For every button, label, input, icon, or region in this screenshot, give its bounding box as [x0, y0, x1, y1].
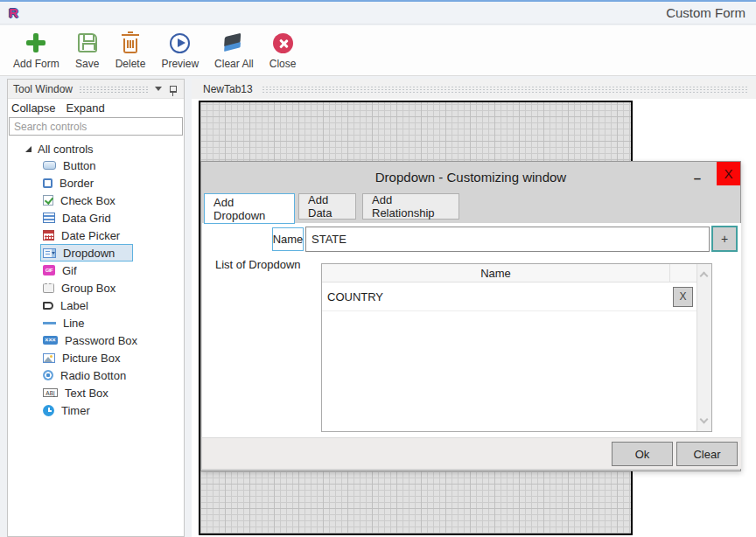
tree-item-label: Line	[63, 317, 85, 330]
passwordbox-icon	[43, 336, 58, 345]
datepicker-icon	[43, 230, 54, 241]
tree-item-text-box[interactable]: Text Box	[8, 384, 184, 401]
toolbar-icon-box	[118, 31, 143, 55]
tree-item-dropdown[interactable]: Dropdown	[8, 244, 184, 262]
toolbar-button-label: Delete	[116, 58, 146, 70]
tree-item-label: Group Box	[61, 282, 116, 295]
app-logo-icon: R	[9, 6, 18, 19]
table-header-row: Name	[322, 264, 696, 282]
pin-icon[interactable]	[170, 86, 177, 93]
toolbar-icon-box	[75, 31, 100, 55]
chevron-down-icon[interactable]	[155, 87, 162, 91]
toolbar-button-label: Save	[75, 58, 99, 70]
tree-item-gif[interactable]: Gif	[8, 262, 184, 279]
scroll-up-icon[interactable]	[700, 272, 709, 281]
list-of-dropdown-label: List of Dropdown	[215, 258, 301, 271]
name-column-header: Name	[322, 264, 669, 282]
tool-window-title: Tool Window	[13, 83, 73, 95]
tree-item-label: Data Grid	[62, 212, 111, 225]
ok-button[interactable]: Ok	[612, 442, 673, 466]
gif-icon	[43, 265, 55, 275]
timer-icon	[43, 405, 54, 416]
name-label: Name	[272, 227, 304, 251]
dialog-tab-strip: Add DropdownAdd DataAdd Relationship	[201, 193, 740, 224]
tree-item-label: Check Box	[60, 194, 116, 207]
button-icon	[43, 161, 56, 170]
table-row[interactable]: COUNTRYX	[322, 282, 696, 311]
tree-actions: Collapse Expand	[8, 99, 184, 117]
preview-icon	[170, 33, 190, 53]
tab-newtab13[interactable]: NewTab13	[203, 83, 253, 95]
tree-item-label: Label	[60, 299, 88, 312]
border-icon	[43, 178, 52, 188]
dropdown-list-table: Name COUNTRYX	[321, 263, 712, 432]
tree-item-data-grid[interactable]: Data Grid	[8, 209, 184, 227]
tree-item-border[interactable]: Border	[8, 174, 184, 192]
tree-root-label: All controls	[38, 143, 94, 156]
dropdown-name-input[interactable]	[305, 227, 710, 252]
delete-column-header	[669, 264, 696, 282]
toolbar-icon-box	[168, 31, 192, 55]
tree-item-timer[interactable]: Timer	[8, 401, 184, 419]
dropdown-icon	[43, 248, 56, 258]
tree-root-all-controls[interactable]: All controls	[8, 141, 184, 157]
textbox-icon	[43, 388, 58, 397]
toolbar-icon-box	[24, 31, 48, 55]
add-dropdown-tab-page: Name + List of Dropdown Name COUNTRYX	[202, 223, 741, 437]
row-delete-cell: X	[669, 287, 696, 307]
clear-all-button[interactable]: Clear All	[206, 29, 262, 72]
toolbar: Add FormSaveDeletePreviewClear AllClose	[0, 25, 756, 76]
close-button[interactable]: Close	[262, 29, 304, 72]
dialog-tab-add-dropdown[interactable]: Add Dropdown	[204, 193, 295, 224]
toolbar-icon-box	[221, 31, 246, 55]
dialog-tab-add-relationship[interactable]: Add Relationship	[362, 193, 459, 220]
tree-item-label: Button	[63, 159, 96, 172]
application-window: R Custom Form Add FormSaveDeletePreviewC…	[0, 0, 756, 537]
radiobutton-icon	[43, 370, 53, 380]
add-form-button[interactable]: Add Form	[5, 29, 67, 72]
delete-button[interactable]: Delete	[108, 29, 154, 72]
clear-all-icon	[220, 30, 248, 56]
row-name-cell: COUNTRY	[322, 290, 669, 303]
table-scrollbar[interactable]	[696, 264, 711, 431]
tree-item-button[interactable]: Button	[8, 157, 184, 174]
scroll-down-icon[interactable]	[700, 415, 709, 424]
dialog-title: Dropdown - Customizing window	[201, 162, 740, 192]
tree-item-picture-box[interactable]: Picture Box	[8, 349, 184, 366]
dialog-close-button[interactable]: X	[717, 162, 740, 185]
tree-item-group-box[interactable]: Group Box	[8, 279, 184, 296]
tree-expanded-icon[interactable]	[25, 146, 32, 152]
window-title: Custom Form	[666, 5, 746, 20]
save-icon	[78, 33, 97, 52]
tree-item-radio-botton[interactable]: Radio Botton	[8, 366, 184, 384]
tree-item-date-picker[interactable]: Date Picker	[8, 227, 184, 244]
dropdown-customizing-dialog: Dropdown - Customizing window – X Add Dr…	[200, 161, 741, 471]
tree-item-check-box[interactable]: Check Box	[8, 192, 184, 209]
toolbar-button-label: Clear All	[214, 58, 254, 70]
search-input[interactable]	[9, 117, 183, 136]
expand-link[interactable]: Expand	[66, 101, 105, 115]
add-dropdown-plus-button[interactable]: +	[711, 226, 738, 252]
preview-button[interactable]: Preview	[153, 29, 206, 72]
minimize-button[interactable]: –	[690, 164, 705, 185]
close-icon	[273, 33, 293, 53]
row-delete-button[interactable]: X	[673, 287, 693, 307]
toolbar-button-label: Close	[270, 58, 297, 70]
document-tab-strip: NewTab13	[192, 79, 756, 99]
groupbox-icon	[43, 283, 54, 293]
delete-icon	[123, 38, 137, 53]
tree-item-label: Gif	[62, 264, 77, 277]
dialog-footer: Ok Clear	[202, 437, 741, 469]
tree-item-line[interactable]: Line	[8, 314, 184, 331]
tree-item-password-box[interactable]: Password Box	[8, 331, 184, 349]
clear-button[interactable]: Clear	[676, 442, 738, 466]
save-button[interactable]: Save	[67, 29, 108, 72]
tree-item-label[interactable]: Label	[8, 296, 184, 314]
dialog-tab-add-data[interactable]: Add Data	[298, 193, 356, 220]
grip-texture	[262, 86, 749, 93]
tree-item-label: Picture Box	[62, 352, 120, 365]
tool-window-header[interactable]: Tool Window	[8, 80, 184, 99]
tool-window-panel: Tool Window Collapse Expand All controls…	[7, 79, 185, 537]
collapse-link[interactable]: Collapse	[11, 101, 56, 115]
line-icon	[43, 322, 56, 324]
